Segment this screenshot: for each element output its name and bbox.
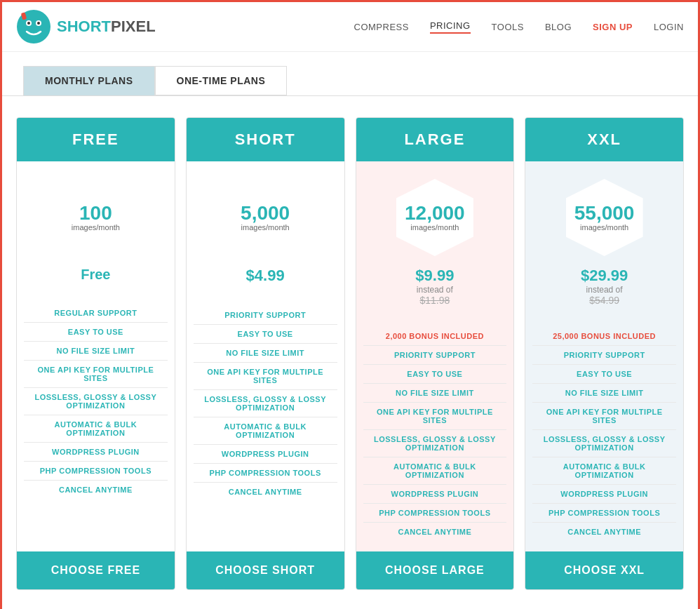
plan-cta-xxl[interactable]: CHOOSE XXL — [525, 551, 683, 589]
nav-tools[interactable]: TOOLS — [492, 22, 524, 32]
hex-free: 100images/month — [57, 179, 134, 256]
feature-item-short-0: PRIORITY SUPPORT — [194, 306, 337, 325]
plan-header-free: FREE — [17, 118, 175, 161]
nav-login[interactable]: LOGIN — [654, 22, 684, 32]
plan-price-large: $9.99 instead of $11.98 — [356, 263, 514, 316]
hex-container-xxl: 55,000images/month — [525, 161, 683, 263]
plan-cta-free[interactable]: CHOOSE FREE — [17, 551, 175, 589]
plan-card-free: FREE100images/monthFreeREGULAR SUPPORTEA… — [16, 117, 175, 590]
feature-item-short-8: CANCEL ANYTIME — [194, 483, 337, 501]
hex-container-large: 12,000images/month — [356, 161, 514, 263]
plan-card-xxl: XXL55,000images/month $29.99 instead of … — [525, 117, 684, 590]
feature-item-free-5: AUTOMATIC & BULK OPTIMIZATION — [24, 415, 168, 443]
plan-price-free: Free — [17, 263, 175, 293]
hex-container-free: 100images/month — [17, 161, 175, 263]
plans-grid: FREE100images/monthFreeREGULAR SUPPORTEA… — [16, 117, 684, 590]
nav-pricing[interactable]: PRICING — [430, 20, 471, 34]
feature-item-short-5: AUTOMATIC & BULK OPTIMIZATION — [194, 417, 337, 445]
plan-features-large: 2,000 BONUS INCLUDEDPRIORITY SUPPORTEASY… — [356, 316, 514, 551]
price-old-xxl: $54.99 — [532, 295, 676, 306]
plan-features-short: PRIORITY SUPPORTEASY TO USENO FILE SIZE … — [187, 295, 344, 551]
feature-item-short-6: WORDPRESS PLUGIN — [194, 445, 337, 464]
plan-images-short: 5,000 — [241, 203, 290, 223]
feature-item-free-6: WORDPRESS PLUGIN — [24, 443, 168, 462]
nav-signup[interactable]: SIGN UP — [593, 22, 633, 32]
plan-header-xxl: XXL — [525, 118, 683, 161]
feature-item-xxl-5: AUTOMATIC & BULK OPTIMIZATION — [532, 457, 676, 485]
plan-card-short: SHORT5,000images/month$4.99PRIORITY SUPP… — [186, 117, 345, 590]
plan-card-large: LARGE12,000images/month $9.99 instead of… — [356, 117, 515, 590]
tabs-container: MONTHLY PLANS ONE-TIME PLANS — [2, 52, 698, 96]
feature-item-free-1: EASY TO USE — [24, 323, 168, 342]
feature-bonus-large: 2,000 BONUS INCLUDED — [363, 327, 507, 346]
plan-images-free: 100 — [79, 203, 112, 223]
feature-item-xxl-4: LOSSLESS, GLOSSY & LOSSY OPTIMIZATION — [532, 430, 676, 457]
plan-images-large: 12,000 — [405, 203, 465, 223]
nav-blog[interactable]: BLOG — [545, 22, 572, 32]
plan-price-short: $4.99 — [187, 263, 344, 295]
feature-bonus-xxl: 25,000 BONUS INCLUDED — [532, 327, 676, 346]
feature-item-xxl-7: PHP COMPRESSION TOOLS — [532, 504, 676, 523]
feature-item-xxl-3: ONE API KEY FOR MULTIPLE SITES — [532, 403, 676, 430]
feature-item-free-0: REGULAR SUPPORT — [24, 304, 168, 323]
feature-item-short-1: EASY TO USE — [194, 325, 337, 344]
feature-item-large-0: PRIORITY SUPPORT — [363, 346, 507, 365]
main-content: FREE100images/monthFreeREGULAR SUPPORTEA… — [2, 96, 698, 609]
svg-point-3 — [27, 22, 30, 25]
feature-item-xxl-8: CANCEL ANYTIME — [532, 523, 676, 541]
plan-period-free: images/month — [72, 223, 120, 232]
main-nav: COMPRESS PRICING TOOLS BLOG SIGN UP LOGI… — [354, 20, 684, 34]
feature-item-free-8: CANCEL ANYTIME — [24, 481, 168, 499]
plan-cta-large[interactable]: CHOOSE LARGE — [356, 551, 514, 589]
plan-features-free: REGULAR SUPPORTEASY TO USENO FILE SIZE L… — [17, 293, 175, 551]
feature-item-large-6: WORDPRESS PLUGIN — [363, 485, 507, 504]
plan-header-large: LARGE — [356, 118, 514, 161]
feature-item-xxl-0: PRIORITY SUPPORT — [532, 346, 676, 365]
feature-item-short-2: NO FILE SIZE LIMIT — [194, 344, 337, 363]
feature-item-short-3: ONE API KEY FOR MULTIPLE SITES — [194, 363, 337, 390]
feature-item-large-5: AUTOMATIC & BULK OPTIMIZATION — [363, 457, 507, 485]
feature-item-free-2: NO FILE SIZE LIMIT — [24, 342, 168, 361]
plan-period-large: images/month — [410, 223, 459, 232]
plan-tabs: MONTHLY PLANS ONE-TIME PLANS — [23, 66, 677, 95]
feature-item-xxl-6: WORDPRESS PLUGIN — [532, 485, 676, 504]
plan-images-xxl: 55,000 — [574, 203, 635, 223]
hex-short: 5,000images/month — [227, 179, 304, 256]
plan-features-xxl: 25,000 BONUS INCLUDEDPRIORITY SUPPORTEAS… — [525, 316, 683, 551]
plan-header-short: SHORT — [187, 118, 344, 161]
feature-item-large-1: EASY TO USE — [363, 365, 507, 384]
logo-text: SHORTPIXEL — [57, 18, 156, 36]
hex-xxl: 55,000images/month — [566, 179, 643, 256]
feature-item-large-3: ONE API KEY FOR MULTIPLE SITES — [363, 403, 507, 430]
tab-monthly[interactable]: MONTHLY PLANS — [23, 66, 155, 95]
plan-cta-short[interactable]: CHOOSE SHORT — [187, 551, 344, 589]
plan-price-xxl: $29.99 instead of $54.99 — [525, 263, 683, 316]
price-value-xxl: $29.99 — [532, 267, 676, 285]
price-value-large: $9.99 — [363, 267, 507, 285]
price-instead-xxl: instead of — [532, 285, 676, 295]
nav-compress[interactable]: COMPRESS — [354, 22, 409, 32]
feature-item-large-2: NO FILE SIZE LIMIT — [363, 384, 507, 403]
logo-icon — [16, 9, 51, 44]
feature-item-short-4: LOSSLESS, GLOSSY & LOSSY OPTIMIZATION — [194, 390, 337, 417]
feature-item-large-4: LOSSLESS, GLOSSY & LOSSY OPTIMIZATION — [363, 430, 507, 457]
feature-item-large-7: PHP COMPRESSION TOOLS — [363, 504, 507, 523]
plan-period-xxl: images/month — [580, 223, 628, 232]
feature-item-xxl-1: EASY TO USE — [532, 365, 676, 384]
feature-item-large-8: CANCEL ANYTIME — [363, 523, 507, 541]
price-value-free: Free — [24, 267, 168, 283]
header: SHORTPIXEL COMPRESS PRICING TOOLS BLOG S… — [2, 2, 698, 52]
price-old-large: $11.98 — [363, 295, 507, 306]
feature-item-free-3: ONE API KEY FOR MULTIPLE SITES — [24, 361, 168, 388]
price-instead-large: instead of — [363, 285, 507, 295]
plan-period-short: images/month — [241, 223, 290, 232]
feature-item-free-7: PHP COMPRESSION TOOLS — [24, 462, 168, 481]
svg-point-4 — [37, 22, 40, 25]
feature-item-xxl-2: NO FILE SIZE LIMIT — [532, 384, 676, 403]
feature-item-short-7: PHP COMPRESSION TOOLS — [194, 464, 337, 483]
hex-large: 12,000images/month — [396, 179, 473, 256]
tab-one-time[interactable]: ONE-TIME PLANS — [155, 66, 288, 95]
price-value-short: $4.99 — [194, 267, 337, 285]
logo[interactable]: SHORTPIXEL — [16, 9, 156, 44]
feature-item-free-4: LOSSLESS, GLOSSY & LOSSY OPTIMIZATION — [24, 388, 168, 415]
